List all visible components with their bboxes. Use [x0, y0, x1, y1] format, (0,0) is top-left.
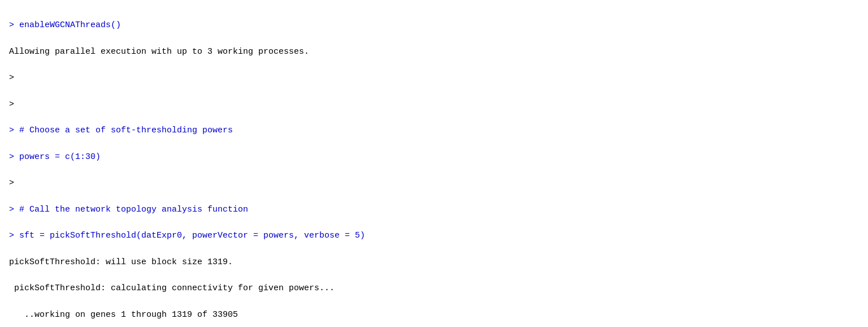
console-line-line4: > [9, 98, 859, 111]
console-line-line8: > # Call the network topology analysis f… [9, 203, 859, 216]
console-line-line10: pickSoftThreshold: will use block size 1… [9, 256, 859, 269]
console-line-line1: > enableWGCNAThreads() [9, 19, 859, 32]
console-line-line9: > sft = pickSoftThreshold(datExpr0, powe… [9, 229, 859, 242]
console-line-line11: pickSoftThreshold: calculating connectiv… [9, 282, 859, 295]
console-line-line7: > [9, 177, 859, 190]
console-line-line2: Allowing parallel execution with up to 3… [9, 45, 859, 58]
console-line-line3: > [9, 71, 859, 84]
console-line-line5: > # Choose a set of soft-thresholding po… [9, 124, 859, 137]
console-line-line12: ..working on genes 1 through 1319 of 339… [9, 308, 859, 321]
console-line-line6: > powers = c(1:30) [9, 150, 859, 164]
console-output: > enableWGCNAThreads() Allowing parallel… [9, 6, 859, 327]
